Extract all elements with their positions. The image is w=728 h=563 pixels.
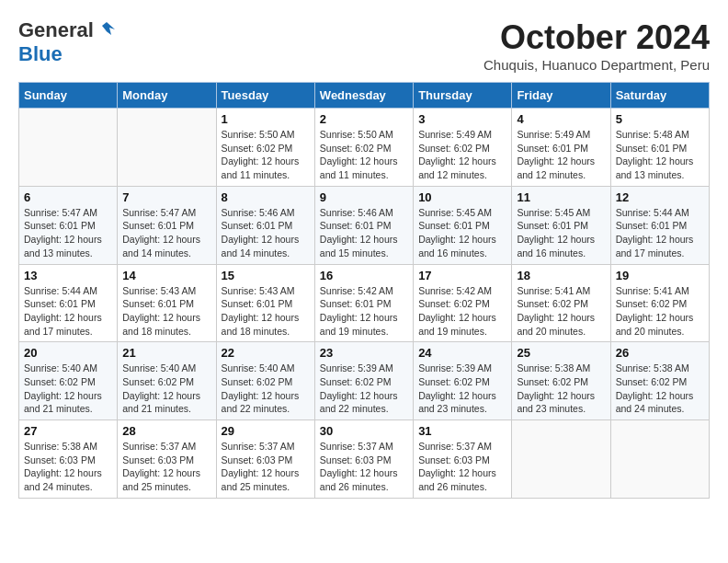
day-info: Sunrise: 5:44 AMSunset: 6:01 PMDaylight:… <box>616 206 704 260</box>
day-info: Sunrise: 5:39 AMSunset: 6:02 PMDaylight:… <box>418 362 506 416</box>
day-info: Sunrise: 5:45 AMSunset: 6:01 PMDaylight:… <box>418 206 506 260</box>
calendar-cell: 11Sunrise: 5:45 AMSunset: 6:01 PMDayligh… <box>512 186 610 264</box>
col-header-monday: Monday <box>118 83 216 109</box>
calendar-cell: 30Sunrise: 5:37 AMSunset: 6:03 PMDayligh… <box>314 420 413 499</box>
calendar-cell: 26Sunrise: 5:38 AMSunset: 6:02 PMDayligh… <box>610 342 709 420</box>
day-number: 3 <box>418 112 506 126</box>
calendar-cell: 17Sunrise: 5:42 AMSunset: 6:02 PMDayligh… <box>414 264 512 342</box>
calendar-cell: 31Sunrise: 5:37 AMSunset: 6:03 PMDayligh… <box>414 420 512 499</box>
day-number: 24 <box>418 346 506 360</box>
day-number: 19 <box>616 269 704 282</box>
day-number: 8 <box>222 190 310 204</box>
day-info: Sunrise: 5:40 AMSunset: 6:02 PMDaylight:… <box>122 362 210 416</box>
day-number: 6 <box>24 190 112 204</box>
day-number: 21 <box>122 346 210 360</box>
day-info: Sunrise: 5:40 AMSunset: 6:02 PMDaylight:… <box>24 362 112 416</box>
calendar-cell: 23Sunrise: 5:39 AMSunset: 6:02 PMDayligh… <box>314 342 413 420</box>
calendar-cell: 1Sunrise: 5:50 AMSunset: 6:02 PMDaylight… <box>216 109 314 187</box>
calendar-week-1: 1Sunrise: 5:50 AMSunset: 6:02 PMDaylight… <box>19 109 710 187</box>
day-number: 5 <box>616 112 704 126</box>
day-number: 31 <box>418 424 506 438</box>
day-info: Sunrise: 5:40 AMSunset: 6:02 PMDaylight:… <box>222 362 310 416</box>
calendar-cell: 8Sunrise: 5:46 AMSunset: 6:01 PMDaylight… <box>216 186 314 264</box>
day-number: 11 <box>517 190 605 204</box>
day-info: Sunrise: 5:37 AMSunset: 6:03 PMDaylight:… <box>222 440 310 494</box>
calendar-cell: 25Sunrise: 5:38 AMSunset: 6:02 PMDayligh… <box>512 342 610 420</box>
day-info: Sunrise: 5:44 AMSunset: 6:01 PMDaylight:… <box>24 284 112 339</box>
calendar-cell: 20Sunrise: 5:40 AMSunset: 6:02 PMDayligh… <box>19 342 118 420</box>
calendar-week-2: 6Sunrise: 5:47 AMSunset: 6:01 PMDaylight… <box>19 186 710 264</box>
calendar-cell: 9Sunrise: 5:46 AMSunset: 6:01 PMDaylight… <box>314 186 413 264</box>
day-info: Sunrise: 5:46 AMSunset: 6:01 PMDaylight:… <box>320 206 408 260</box>
calendar-cell: 2Sunrise: 5:50 AMSunset: 6:02 PMDaylight… <box>314 109 413 187</box>
day-number: 20 <box>24 346 112 360</box>
day-number: 10 <box>418 190 506 204</box>
calendar-cell: 28Sunrise: 5:37 AMSunset: 6:03 PMDayligh… <box>118 420 216 499</box>
calendar-cell: 4Sunrise: 5:49 AMSunset: 6:01 PMDaylight… <box>512 109 610 187</box>
calendar-cell: 22Sunrise: 5:40 AMSunset: 6:02 PMDayligh… <box>216 342 314 420</box>
day-info: Sunrise: 5:50 AMSunset: 6:02 PMDaylight:… <box>320 128 408 182</box>
day-number: 2 <box>320 112 408 126</box>
calendar-cell: 18Sunrise: 5:41 AMSunset: 6:02 PMDayligh… <box>512 264 610 342</box>
col-header-friday: Friday <box>512 83 610 109</box>
calendar-cell <box>610 420 709 499</box>
logo-bird-icon <box>97 18 117 42</box>
calendar-cell: 21Sunrise: 5:40 AMSunset: 6:02 PMDayligh… <box>118 342 216 420</box>
day-number: 28 <box>122 424 210 438</box>
col-header-tuesday: Tuesday <box>216 83 314 109</box>
day-number: 30 <box>320 424 408 438</box>
day-number: 13 <box>24 269 112 282</box>
calendar-cell <box>19 109 118 187</box>
day-info: Sunrise: 5:42 AMSunset: 6:01 PMDaylight:… <box>320 284 408 339</box>
day-info: Sunrise: 5:46 AMSunset: 6:01 PMDaylight:… <box>222 206 310 260</box>
calendar-cell: 24Sunrise: 5:39 AMSunset: 6:02 PMDayligh… <box>414 342 512 420</box>
day-info: Sunrise: 5:38 AMSunset: 6:03 PMDaylight:… <box>24 440 112 494</box>
logo: General Blue <box>18 18 117 66</box>
day-number: 16 <box>320 269 408 282</box>
title-section: October 2024 Chuquis, Huanuco Department… <box>483 18 710 73</box>
day-number: 7 <box>122 190 210 204</box>
col-header-thursday: Thursday <box>414 83 512 109</box>
day-info: Sunrise: 5:45 AMSunset: 6:01 PMDaylight:… <box>517 206 605 260</box>
day-info: Sunrise: 5:42 AMSunset: 6:02 PMDaylight:… <box>418 284 506 339</box>
page-header: General Blue October 2024 Chuquis, Huanu… <box>18 18 710 73</box>
day-info: Sunrise: 5:37 AMSunset: 6:03 PMDaylight:… <box>320 440 408 494</box>
location-text: Chuquis, Huanuco Department, Peru <box>483 57 710 73</box>
day-info: Sunrise: 5:47 AMSunset: 6:01 PMDaylight:… <box>122 206 210 260</box>
calendar-cell: 6Sunrise: 5:47 AMSunset: 6:01 PMDaylight… <box>19 186 118 264</box>
day-number: 29 <box>222 424 310 438</box>
month-title: October 2024 <box>483 18 710 57</box>
calendar-table: SundayMondayTuesdayWednesdayThursdayFrid… <box>18 82 710 499</box>
day-number: 26 <box>616 346 704 360</box>
day-info: Sunrise: 5:41 AMSunset: 6:02 PMDaylight:… <box>517 284 605 339</box>
calendar-cell <box>512 420 610 499</box>
day-info: Sunrise: 5:50 AMSunset: 6:02 PMDaylight:… <box>222 128 310 182</box>
day-info: Sunrise: 5:43 AMSunset: 6:01 PMDaylight:… <box>222 284 310 339</box>
day-info: Sunrise: 5:49 AMSunset: 6:01 PMDaylight:… <box>517 128 605 182</box>
calendar-cell: 15Sunrise: 5:43 AMSunset: 6:01 PMDayligh… <box>216 264 314 342</box>
day-info: Sunrise: 5:47 AMSunset: 6:01 PMDaylight:… <box>24 206 112 260</box>
day-number: 15 <box>222 269 310 282</box>
day-info: Sunrise: 5:41 AMSunset: 6:02 PMDaylight:… <box>616 284 704 339</box>
calendar-header-row: SundayMondayTuesdayWednesdayThursdayFrid… <box>19 83 710 109</box>
calendar-cell: 27Sunrise: 5:38 AMSunset: 6:03 PMDayligh… <box>19 420 118 499</box>
col-header-saturday: Saturday <box>610 83 709 109</box>
calendar-cell: 16Sunrise: 5:42 AMSunset: 6:01 PMDayligh… <box>314 264 413 342</box>
calendar-week-4: 20Sunrise: 5:40 AMSunset: 6:02 PMDayligh… <box>19 342 710 420</box>
day-info: Sunrise: 5:38 AMSunset: 6:02 PMDaylight:… <box>517 362 605 416</box>
day-info: Sunrise: 5:37 AMSunset: 6:03 PMDaylight:… <box>122 440 210 494</box>
calendar-week-5: 27Sunrise: 5:38 AMSunset: 6:03 PMDayligh… <box>19 420 710 499</box>
day-info: Sunrise: 5:38 AMSunset: 6:02 PMDaylight:… <box>616 362 704 416</box>
day-info: Sunrise: 5:49 AMSunset: 6:02 PMDaylight:… <box>418 128 506 182</box>
day-info: Sunrise: 5:39 AMSunset: 6:02 PMDaylight:… <box>320 362 408 416</box>
day-number: 9 <box>320 190 408 204</box>
calendar-cell: 7Sunrise: 5:47 AMSunset: 6:01 PMDaylight… <box>118 186 216 264</box>
day-number: 27 <box>24 424 112 438</box>
day-number: 22 <box>222 346 310 360</box>
calendar-cell: 19Sunrise: 5:41 AMSunset: 6:02 PMDayligh… <box>610 264 709 342</box>
day-info: Sunrise: 5:48 AMSunset: 6:01 PMDaylight:… <box>616 128 704 182</box>
day-info: Sunrise: 5:43 AMSunset: 6:01 PMDaylight:… <box>122 284 210 339</box>
day-number: 17 <box>418 269 506 282</box>
calendar-cell: 12Sunrise: 5:44 AMSunset: 6:01 PMDayligh… <box>610 186 709 264</box>
calendar-cell: 5Sunrise: 5:48 AMSunset: 6:01 PMDaylight… <box>610 109 709 187</box>
